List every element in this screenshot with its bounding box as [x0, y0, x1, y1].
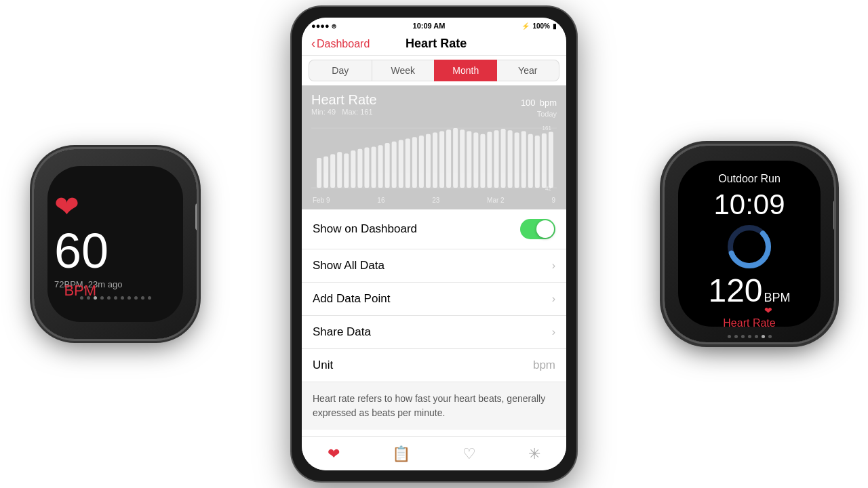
- status-signal: ●●●● ⌾: [311, 22, 336, 30]
- share-data-row[interactable]: Share Data ›: [302, 316, 566, 349]
- nav-title: Heart Rate: [406, 37, 467, 51]
- phone-body: ●●●● ⌾ 10:09 AM ⚡ 100% ▮ ‹ Dashboard Hea…: [292, 7, 576, 481]
- svg-rect-37: [542, 134, 547, 188]
- chart-min: Min: 49: [311, 108, 336, 116]
- rdot-4: [748, 335, 751, 338]
- svg-rect-30: [494, 130, 498, 188]
- svg-rect-20: [426, 134, 431, 188]
- svg-rect-33: [515, 133, 519, 188]
- activity-ring: [726, 223, 773, 270]
- chevron-right-icon-3: ›: [552, 326, 555, 338]
- battery-icon: ▮: [553, 22, 557, 30]
- svg-rect-15: [392, 142, 397, 188]
- tab-year[interactable]: Year: [497, 60, 560, 81]
- ring-svg: [726, 223, 773, 270]
- right-bpm-unit: BPM: [764, 291, 791, 305]
- svg-rect-24: [453, 128, 458, 188]
- svg-rect-12: [371, 147, 376, 188]
- svg-rect-5: [323, 157, 328, 188]
- right-page-dots: [728, 335, 772, 338]
- back-chevron-icon: ‹: [311, 37, 315, 51]
- svg-rect-14: [385, 143, 390, 188]
- svg-rect-29: [487, 132, 492, 188]
- chart-date: Today: [521, 110, 557, 118]
- svg-rect-31: [501, 129, 506, 188]
- phone: ●●●● ⌾ 10:09 AM ⚡ 100% ▮ ‹ Dashboard Hea…: [288, 0, 580, 488]
- svg-rect-36: [535, 136, 540, 188]
- back-label: Dashboard: [317, 38, 370, 50]
- show-all-data-label: Show All Data: [313, 259, 384, 272]
- right-heart-icon: ❤: [764, 305, 772, 316]
- label-16: 16: [377, 197, 384, 204]
- battery-level: 100%: [532, 22, 550, 30]
- chart-title: Heart Rate: [311, 92, 377, 108]
- dot-7: [121, 296, 124, 300]
- svg-rect-38: [549, 132, 553, 188]
- label-feb9: Feb 9: [313, 197, 330, 204]
- bpm-label: BPM: [64, 282, 96, 300]
- svg-rect-32: [508, 130, 513, 188]
- bpm-row: 120 BPM ❤: [708, 274, 790, 316]
- dot-10: [141, 296, 144, 300]
- dot-8: [127, 296, 131, 300]
- tab-day[interactable]: Day: [309, 60, 372, 81]
- dot-9: [134, 296, 138, 300]
- rdot-7: [768, 335, 772, 338]
- time-tabs: Day Week Month Year: [302, 56, 566, 85]
- show-on-dashboard-label: Show on Dashboard: [313, 222, 417, 236]
- rdot-3: [741, 335, 745, 338]
- right-heart-rate-label: Heart Rate: [723, 317, 775, 329]
- tab-week[interactable]: Week: [372, 60, 435, 81]
- back-button[interactable]: ‹ Dashboard: [311, 37, 370, 51]
- run-time: 10:09: [713, 190, 785, 219]
- left-watch: ❤ 60 BPM 72BPM, 23m ago: [20, 136, 210, 352]
- chart-current-value: 100 bpm: [521, 92, 557, 110]
- bluetooth-icon: ⚡: [521, 22, 530, 30]
- svg-text:161: 161: [542, 125, 552, 131]
- svg-rect-25: [460, 129, 465, 188]
- svg-rect-11: [364, 148, 369, 188]
- add-data-point-row[interactable]: Add Data Point ›: [302, 283, 566, 316]
- bottom-tab-bar: ❤ 📋 ♡ ✳: [302, 436, 566, 470]
- svg-rect-21: [433, 133, 437, 188]
- svg-rect-22: [439, 131, 444, 188]
- tab-month[interactable]: Month: [434, 60, 497, 81]
- chevron-right-icon: ›: [552, 260, 555, 272]
- show-on-dashboard-toggle[interactable]: [520, 219, 555, 239]
- unit-row: Unit bpm: [302, 349, 566, 382]
- share-data-label: Share Data: [313, 325, 371, 339]
- info-text: Heart rate refers to how fast your heart…: [302, 382, 566, 430]
- bottom-tab-summary[interactable]: 📋: [392, 445, 410, 463]
- nav-bar: ‹ Dashboard Heart Rate: [302, 33, 566, 56]
- rdot-5: [755, 335, 758, 338]
- svg-rect-17: [406, 138, 410, 188]
- right-bpm-number: 120: [708, 274, 762, 307]
- svg-rect-28: [480, 134, 485, 188]
- signal-icon: ●●●●: [311, 22, 330, 30]
- label-mar2: Mar 2: [487, 197, 505, 204]
- chart-canvas: 161 42: [311, 121, 557, 195]
- chart-svg: 161 42: [311, 121, 557, 195]
- chart-bpm-unit: bpm: [540, 98, 557, 108]
- status-bar: ●●●● ⌾ 10:09 AM ⚡ 100% ▮: [302, 18, 566, 33]
- chart-area: Heart Rate Min: 49 Max: 161 100 bpm Toda…: [302, 85, 566, 209]
- bottom-tab-health[interactable]: ❤: [328, 445, 340, 463]
- show-all-data-row[interactable]: Show All Data ›: [302, 249, 566, 283]
- left-watch-body: ❤ 60 BPM 72BPM, 23m ago: [34, 149, 197, 339]
- status-time: 10:09 AM: [413, 22, 446, 30]
- dot-11: [148, 296, 151, 300]
- chart-max: Max: 161: [342, 108, 372, 116]
- unit-label: Unit: [313, 359, 333, 372]
- rdot-1: [728, 335, 731, 338]
- add-data-point-label: Add Data Point: [313, 292, 390, 306]
- bottom-tab-sources[interactable]: ♡: [462, 445, 476, 463]
- status-battery-area: ⚡ 100% ▮: [521, 22, 557, 30]
- right-watch: Outdoor Run 10:09 120 BPM ❤ Heart Rate: [651, 132, 848, 356]
- label-9: 9: [551, 197, 555, 204]
- bottom-tab-medical[interactable]: ✳: [528, 445, 540, 463]
- svg-rect-34: [521, 131, 526, 188]
- svg-rect-6: [330, 155, 335, 188]
- chevron-right-icon-2: ›: [552, 293, 555, 305]
- svg-rect-13: [378, 145, 383, 188]
- settings-list: Show on Dashboard Show All Data › Add Da…: [302, 209, 566, 436]
